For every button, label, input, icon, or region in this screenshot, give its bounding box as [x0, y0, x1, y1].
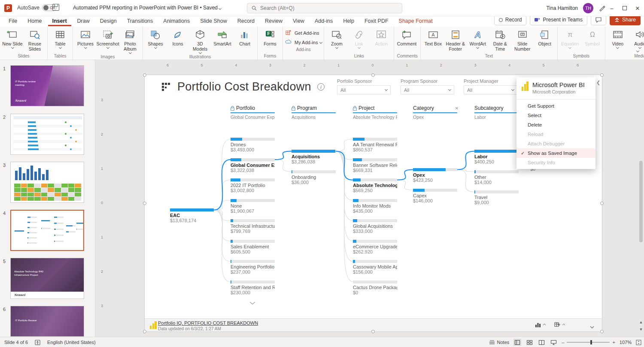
previous-slide-button[interactable]: ▲ [638, 320, 644, 325]
tree-node[interactable]: Travel $9,000 [474, 190, 519, 205]
tree-node-root[interactable]: EAC $13,678,174 [170, 208, 214, 223]
selection-handle[interactable] [143, 202, 146, 205]
avatar[interactable]: TH [583, 3, 593, 13]
column-header-program[interactable]: Program Acquisitions [292, 105, 339, 120]
comment-button[interactable]: Comment [396, 27, 417, 46]
selection-handle[interactable] [371, 330, 375, 333]
tree-node[interactable]: Staff Retention and Re... $230,000 [231, 281, 275, 295]
info-icon[interactable]: i [317, 83, 325, 91]
tree-node[interactable]: Other $14,000 [474, 170, 519, 185]
tree-node[interactable]: AA Tenant Renewal R3... $860,537 [353, 138, 397, 152]
icons-button[interactable]: Icons [167, 27, 188, 46]
selection-handle[interactable] [600, 73, 604, 77]
zoom-out-button[interactable]: – [562, 340, 564, 345]
selection-handle[interactable] [600, 202, 604, 205]
tab-slide-show[interactable]: Slide Show [196, 16, 231, 26]
more-nodes-chevron-icon[interactable] [249, 299, 255, 307]
scrollbar-thumb[interactable] [639, 161, 643, 242]
tree-node[interactable]: 2022 IT Portfolio $3,002,800 [231, 178, 275, 193]
forms-button[interactable]: FForms [259, 27, 281, 46]
slide-number-button[interactable]: #Slide Number [512, 27, 533, 51]
audio-button[interactable]: Audio [629, 27, 644, 48]
menu-item-select[interactable]: Select [516, 111, 595, 120]
menu-item-show-as-saved-image[interactable]: Show as Saved Image [516, 148, 595, 158]
wordart-button[interactable]: AWordArt [467, 27, 489, 48]
tab-help[interactable]: Help [339, 16, 358, 26]
collapse-footer-icon[interactable] [590, 323, 594, 330]
tab-view[interactable]: View [289, 16, 309, 26]
tab-transitions[interactable]: Transitions [123, 16, 158, 26]
table-options-button[interactable] [554, 322, 565, 327]
date-time-button[interactable]: Date & Time [489, 27, 511, 51]
slide-sorter-view-button[interactable] [526, 339, 533, 346]
filter-dropdown[interactable]: All [401, 85, 454, 94]
photo-album-button[interactable]: Photo Album [119, 27, 141, 54]
tree-node[interactable]: Opex $423,250 [413, 168, 457, 183]
tree-node[interactable]: Technical Infrastructure $799,769 [231, 219, 275, 234]
tab-draw[interactable]: Draw [73, 16, 94, 26]
pen-mode-icon[interactable] [598, 5, 605, 12]
tab-insert[interactable]: Insert [48, 16, 71, 26]
close-button[interactable]: ✕ [631, 0, 644, 16]
text-box-button[interactable]: AText Box [422, 27, 444, 46]
chart-button[interactable]: Chart [234, 27, 255, 46]
column-header-project[interactable]: Project Absolute Technology R... [353, 105, 400, 120]
get-add-ins-button[interactable]: Get Add-ins [285, 29, 322, 37]
column-header-portfolio[interactable]: Portfolio Global Consumer Expa... [231, 105, 278, 120]
new-slide-button[interactable]: New Slide [2, 27, 23, 48]
zoom-in-button[interactable]: + [612, 340, 615, 345]
tab-design[interactable]: Design [96, 16, 121, 26]
tree-node[interactable]: Banner Software Relea... $669,331 [353, 158, 397, 173]
chart-options-button[interactable] [535, 322, 546, 327]
tree-node[interactable]: Drones $3,493,000 [231, 138, 275, 152]
tab-add-ins[interactable]: Add-ins [310, 16, 337, 26]
slide-thumbnail-1[interactable]: IT Portfolio review meeting.Sensei [10, 65, 84, 106]
video-button[interactable]: Video [607, 27, 629, 48]
selection-handle[interactable] [600, 330, 604, 333]
save-icon[interactable] [52, 4, 59, 11]
reading-view-button[interactable] [538, 339, 545, 346]
notes-button[interactable]: Notes [489, 340, 510, 345]
tree-node[interactable]: Global Consumer Ex... $3,322,038 [231, 158, 275, 173]
tree-node[interactable]: eCommerce Upgrade v2 $262,920 [353, 240, 397, 254]
tree-node[interactable]: Info Monitor Mods $435,000 [353, 199, 397, 214]
fit-slide-icon[interactable] [636, 340, 641, 345]
tab-foxit-pdf[interactable]: Foxit PDF [360, 16, 393, 26]
smartart-button[interactable]: SmartArt [212, 27, 233, 46]
vertical-scrollbar[interactable] [639, 60, 643, 317]
slide-thumbnail-5[interactable]: Absolute Technology R40 Infrastructure P… [10, 258, 84, 299]
filter-dropdown[interactable]: All [464, 85, 517, 94]
language-indicator[interactable]: English (United States) [47, 340, 96, 345]
shapes-button[interactable]: Shapes [145, 27, 166, 48]
remove-level-icon[interactable]: ✕ [455, 106, 460, 111]
tree-node[interactable]: Cactus Drone Package ... $0 [353, 281, 397, 295]
maximize-button[interactable] [618, 0, 631, 16]
collapse-pane-arrow-icon[interactable]: ❮ [596, 80, 600, 85]
report-link[interactable]: Portfolio IQ, PORTFOLIO COST BREAKDOWN [158, 320, 258, 326]
slide-thumbnail-2[interactable] [10, 114, 84, 155]
tree-node[interactable]: Acquisitions $3,286,038 [292, 150, 336, 164]
search-input[interactable]: Search (Alt+Q) [247, 3, 402, 13]
tree-node[interactable]: Engineering Portfolio $237,000 [231, 260, 275, 275]
tree-node[interactable]: Cassowary Mobile App $156,000 [353, 260, 397, 275]
tab-record[interactable]: Record [233, 16, 259, 26]
slide-thumbnail-4[interactable] [10, 210, 84, 251]
next-slide-button[interactable]: ▼ [638, 327, 644, 332]
zoom-slider[interactable]: – + [562, 340, 615, 345]
autosave-toggle[interactable]: AutoSave Off [17, 4, 57, 11]
pictures-button[interactable]: Pictures [75, 27, 96, 48]
zoom-level[interactable]: 107% [620, 340, 632, 345]
filter-dropdown[interactable]: All [337, 85, 391, 94]
tree-node[interactable]: Labor $400,250 [474, 150, 519, 164]
selection-handle[interactable] [371, 73, 375, 77]
accessibility-checker-icon[interactable] [35, 340, 40, 345]
tree-node[interactable]: Sales Enablement $605,500 [231, 240, 275, 254]
selection-handle[interactable] [143, 330, 146, 333]
menu-item-delete[interactable]: Delete [516, 120, 595, 130]
tree-node[interactable]: Absolute Technology... $569,250 [353, 178, 397, 193]
screenshot-button[interactable]: Screenshot [97, 27, 118, 48]
tab-shape-format[interactable]: Shape Format [395, 16, 437, 26]
reuse-slides-button[interactable]: Reuse Slides [24, 27, 46, 51]
my-add-ins-button[interactable]: My Add-ins [285, 39, 322, 46]
column-header-category[interactable]: Category✕ Opex [413, 105, 460, 120]
